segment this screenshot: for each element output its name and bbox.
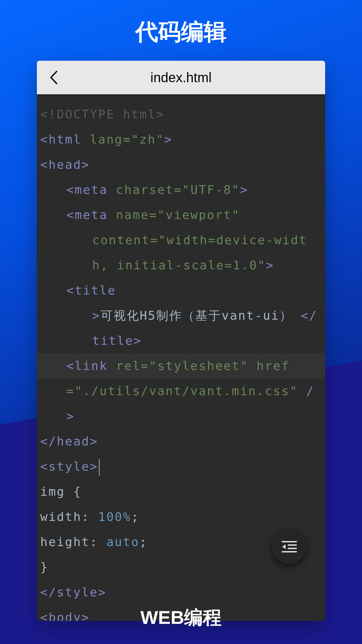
code-token: 100%: [98, 510, 131, 524]
code-token: "UTF-8": [182, 183, 240, 197]
code-token: <html: [40, 132, 81, 146]
code-token: </style>: [40, 585, 106, 599]
code-token: >: [240, 183, 248, 197]
code-token: <!DOCTYPE html>: [40, 107, 164, 121]
editor-window: index.html <!DOCTYPE html> <html lang="z…: [37, 61, 325, 621]
code-token: height:: [40, 535, 106, 549]
code-token: [293, 309, 301, 322]
code-token: >: [92, 309, 101, 322]
code-token: }: [40, 560, 49, 574]
code-token: "zh": [131, 132, 164, 146]
code-token: <meta: [66, 183, 108, 197]
code-token: auto: [106, 535, 139, 549]
page-footer-title: WEB编程: [0, 605, 362, 631]
code-token: charset=: [108, 183, 182, 197]
code-token: >: [164, 132, 173, 146]
outdent-fab-button[interactable]: [272, 529, 307, 564]
back-chevron-icon: [49, 70, 58, 85]
code-token: </head>: [40, 434, 98, 448]
text-cursor: [99, 459, 100, 476]
code-token: >: [266, 258, 274, 272]
code-token: ;: [131, 510, 139, 524]
code-token: <head>: [40, 158, 90, 171]
code-token: lang=: [81, 132, 131, 146]
code-editor[interactable]: <!DOCTYPE html> <html lang="zh"> <head> …: [37, 94, 325, 621]
code-token: <link: [66, 359, 108, 373]
code-token: "./utils/vant/vant.min.css": [75, 384, 298, 398]
back-button[interactable]: [47, 71, 60, 84]
outdent-icon: [282, 540, 297, 552]
code-token: rel=: [108, 359, 149, 373]
code-token: ;: [139, 535, 148, 549]
page-header-title: 代码编辑: [0, 0, 362, 61]
file-title: index.html: [37, 70, 325, 85]
svg-marker-4: [282, 544, 286, 549]
code-token: width:: [40, 510, 98, 524]
code-token: "viewport": [157, 208, 240, 222]
editor-header: index.html: [37, 61, 325, 94]
code-token: "stylesheet": [149, 359, 248, 373]
code-token: content=: [92, 233, 158, 247]
code-token: img {: [40, 485, 81, 498]
code-token: 可视化H5制作（基于vant-ui）: [101, 309, 293, 322]
code-token: <title: [66, 283, 116, 297]
code-token: <meta: [66, 208, 108, 222]
code-token: name=: [108, 208, 157, 222]
code-token: <style>: [40, 460, 98, 473]
